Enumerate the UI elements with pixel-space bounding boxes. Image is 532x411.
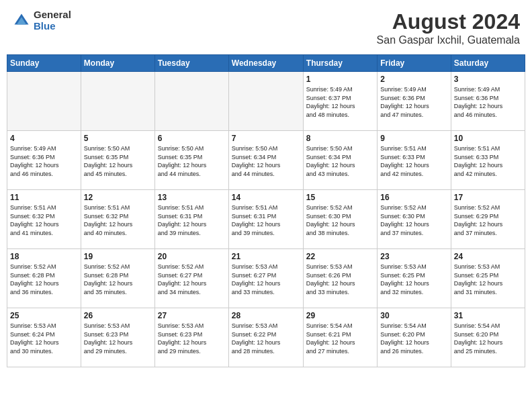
day-info: Sunrise: 5:53 AM Sunset: 6:27 PM Dayligh…: [232, 263, 300, 296]
calendar-week-row: 25Sunrise: 5:53 AM Sunset: 6:24 PM Dayli…: [7, 308, 525, 367]
calendar-cell: 16Sunrise: 5:52 AM Sunset: 6:30 PM Dayli…: [378, 190, 451, 249]
logo-general-text: General: [34, 9, 71, 21]
day-number: 9: [380, 134, 447, 143]
calendar-cell: 15Sunrise: 5:52 AM Sunset: 6:30 PM Dayli…: [303, 190, 377, 249]
calendar-cell: 20Sunrise: 5:52 AM Sunset: 6:27 PM Dayli…: [154, 249, 228, 308]
weekday-header: Thursday: [303, 55, 377, 72]
day-info: Sunrise: 5:49 AM Sunset: 6:36 PM Dayligh…: [380, 85, 447, 119]
calendar-cell: 3Sunrise: 5:49 AM Sunset: 6:36 PM Daylig…: [451, 72, 525, 131]
day-info: Sunrise: 5:51 AM Sunset: 6:31 PM Dayligh…: [158, 203, 226, 237]
page-title: August 2024: [377, 9, 520, 34]
day-number: 8: [306, 134, 374, 143]
day-number: 22: [306, 252, 374, 261]
weekday-header: Tuesday: [154, 55, 228, 72]
day-info: Sunrise: 5:51 AM Sunset: 6:31 PM Dayligh…: [232, 203, 300, 237]
calendar-cell: 9Sunrise: 5:51 AM Sunset: 6:33 PM Daylig…: [378, 131, 451, 190]
calendar-cell: 7Sunrise: 5:50 AM Sunset: 6:34 PM Daylig…: [228, 131, 303, 190]
day-info: Sunrise: 5:53 AM Sunset: 6:26 PM Dayligh…: [306, 263, 374, 296]
day-number: 3: [454, 75, 522, 84]
calendar-cell: 27Sunrise: 5:53 AM Sunset: 6:23 PM Dayli…: [154, 308, 228, 367]
calendar-cell: 4Sunrise: 5:49 AM Sunset: 6:36 PM Daylig…: [7, 131, 81, 190]
calendar-cell: 19Sunrise: 5:52 AM Sunset: 6:28 PM Dayli…: [81, 249, 154, 308]
day-number: 5: [84, 134, 152, 143]
calendar-cell: [228, 72, 303, 131]
logo-icon: [12, 11, 31, 30]
calendar-cell: 1Sunrise: 5:49 AM Sunset: 6:37 PM Daylig…: [303, 72, 377, 131]
calendar-cell: 22Sunrise: 5:53 AM Sunset: 6:26 PM Dayli…: [303, 249, 377, 308]
calendar-cell: 10Sunrise: 5:51 AM Sunset: 6:33 PM Dayli…: [451, 131, 525, 190]
calendar-cell: 25Sunrise: 5:53 AM Sunset: 6:24 PM Dayli…: [7, 308, 81, 367]
day-number: 19: [84, 252, 152, 261]
weekday-header: Monday: [81, 55, 154, 72]
weekday-header: Sunday: [7, 55, 81, 72]
day-info: Sunrise: 5:50 AM Sunset: 6:35 PM Dayligh…: [84, 144, 152, 178]
calendar-week-row: 11Sunrise: 5:51 AM Sunset: 6:32 PM Dayli…: [7, 190, 525, 249]
calendar-cell: 26Sunrise: 5:53 AM Sunset: 6:23 PM Dayli…: [81, 308, 154, 367]
day-info: Sunrise: 5:51 AM Sunset: 6:33 PM Dayligh…: [380, 144, 447, 178]
day-number: 25: [10, 311, 78, 320]
calendar-cell: [7, 72, 81, 131]
calendar-week-row: 4Sunrise: 5:49 AM Sunset: 6:36 PM Daylig…: [7, 131, 525, 190]
weekday-header: Saturday: [451, 55, 525, 72]
calendar-cell: 17Sunrise: 5:52 AM Sunset: 6:29 PM Dayli…: [451, 190, 525, 249]
day-info: Sunrise: 5:52 AM Sunset: 6:30 PM Dayligh…: [306, 203, 374, 237]
day-number: 20: [158, 252, 226, 261]
day-number: 17: [454, 193, 522, 202]
day-number: 1: [306, 75, 374, 84]
calendar-week-row: 18Sunrise: 5:52 AM Sunset: 6:28 PM Dayli…: [7, 249, 525, 308]
page-subtitle: San Gaspar Ixchil, Guatemala: [377, 34, 520, 46]
day-number: 29: [306, 311, 374, 320]
day-info: Sunrise: 5:51 AM Sunset: 6:33 PM Dayligh…: [454, 144, 522, 178]
logo-blue-text: Blue: [34, 21, 71, 32]
day-info: Sunrise: 5:53 AM Sunset: 6:23 PM Dayligh…: [158, 322, 226, 355]
day-number: 27: [158, 311, 226, 320]
title-block: August 2024 San Gaspar Ixchil, Guatemala: [377, 9, 520, 46]
day-info: Sunrise: 5:54 AM Sunset: 6:20 PM Dayligh…: [380, 322, 447, 355]
day-info: Sunrise: 5:49 AM Sunset: 6:36 PM Dayligh…: [454, 85, 522, 119]
day-number: 31: [454, 311, 522, 320]
calendar-cell: 21Sunrise: 5:53 AM Sunset: 6:27 PM Dayli…: [228, 249, 303, 308]
day-info: Sunrise: 5:53 AM Sunset: 6:25 PM Dayligh…: [380, 263, 447, 296]
calendar-cell: 6Sunrise: 5:50 AM Sunset: 6:35 PM Daylig…: [154, 131, 228, 190]
day-info: Sunrise: 5:52 AM Sunset: 6:30 PM Dayligh…: [380, 203, 447, 237]
day-info: Sunrise: 5:52 AM Sunset: 6:29 PM Dayligh…: [454, 203, 522, 237]
calendar-cell: 12Sunrise: 5:51 AM Sunset: 6:32 PM Dayli…: [81, 190, 154, 249]
calendar-cell: [81, 72, 154, 131]
day-number: 30: [380, 311, 447, 320]
calendar-cell: 30Sunrise: 5:54 AM Sunset: 6:20 PM Dayli…: [378, 308, 451, 367]
day-number: 28: [232, 311, 300, 320]
day-number: 11: [10, 193, 78, 202]
day-info: Sunrise: 5:54 AM Sunset: 6:21 PM Dayligh…: [306, 322, 374, 355]
day-info: Sunrise: 5:53 AM Sunset: 6:24 PM Dayligh…: [10, 322, 78, 355]
day-number: 4: [10, 134, 78, 143]
day-number: 13: [158, 193, 226, 202]
calendar-cell: [154, 72, 228, 131]
weekday-header-row: SundayMondayTuesdayWednesdayThursdayFrid…: [7, 55, 525, 72]
day-info: Sunrise: 5:52 AM Sunset: 6:27 PM Dayligh…: [158, 263, 226, 296]
day-info: Sunrise: 5:51 AM Sunset: 6:32 PM Dayligh…: [10, 203, 78, 237]
calendar-cell: 5Sunrise: 5:50 AM Sunset: 6:35 PM Daylig…: [81, 131, 154, 190]
weekday-header: Wednesday: [228, 55, 303, 72]
day-info: Sunrise: 5:49 AM Sunset: 6:36 PM Dayligh…: [10, 144, 78, 178]
day-number: 23: [380, 252, 447, 261]
day-number: 16: [380, 193, 447, 202]
day-info: Sunrise: 5:51 AM Sunset: 6:32 PM Dayligh…: [84, 203, 152, 237]
day-info: Sunrise: 5:52 AM Sunset: 6:28 PM Dayligh…: [10, 263, 78, 296]
calendar-cell: 31Sunrise: 5:54 AM Sunset: 6:20 PM Dayli…: [451, 308, 525, 367]
calendar-cell: 11Sunrise: 5:51 AM Sunset: 6:32 PM Dayli…: [7, 190, 81, 249]
day-info: Sunrise: 5:50 AM Sunset: 6:34 PM Dayligh…: [232, 144, 300, 178]
day-info: Sunrise: 5:50 AM Sunset: 6:35 PM Dayligh…: [158, 144, 226, 178]
calendar-cell: 2Sunrise: 5:49 AM Sunset: 6:36 PM Daylig…: [378, 72, 451, 131]
day-info: Sunrise: 5:53 AM Sunset: 6:22 PM Dayligh…: [232, 322, 300, 355]
calendar-cell: 29Sunrise: 5:54 AM Sunset: 6:21 PM Dayli…: [303, 308, 377, 367]
day-info: Sunrise: 5:53 AM Sunset: 6:23 PM Dayligh…: [84, 322, 152, 355]
day-info: Sunrise: 5:54 AM Sunset: 6:20 PM Dayligh…: [454, 322, 522, 355]
calendar-cell: 28Sunrise: 5:53 AM Sunset: 6:22 PM Dayli…: [228, 308, 303, 367]
day-info: Sunrise: 5:50 AM Sunset: 6:34 PM Dayligh…: [306, 144, 374, 178]
calendar-table: SundayMondayTuesdayWednesdayThursdayFrid…: [7, 54, 525, 367]
day-info: Sunrise: 5:49 AM Sunset: 6:37 PM Dayligh…: [306, 85, 374, 119]
day-number: 2: [380, 75, 447, 84]
calendar-cell: 23Sunrise: 5:53 AM Sunset: 6:25 PM Dayli…: [378, 249, 451, 308]
day-info: Sunrise: 5:53 AM Sunset: 6:25 PM Dayligh…: [454, 263, 522, 296]
day-number: 7: [232, 134, 300, 143]
